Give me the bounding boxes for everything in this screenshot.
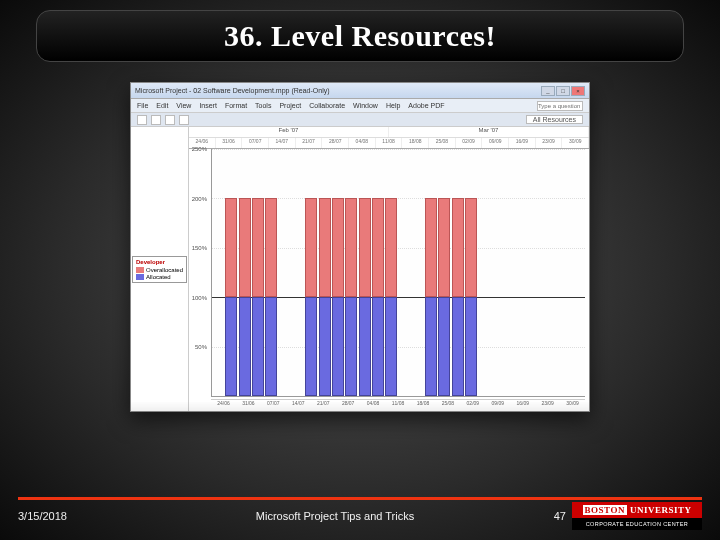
menu-item[interactable]: Project (279, 102, 301, 109)
toolbar-button[interactable] (165, 115, 175, 125)
bar (265, 198, 277, 396)
bar (359, 198, 371, 396)
x-tick-label: 23/09 (536, 138, 563, 148)
x-tick-label: 18/08 (402, 138, 429, 148)
legend-box: Developer Overallocated Allocated (132, 256, 187, 283)
menu-item[interactable]: Adobe PDF (408, 102, 444, 109)
toolbar-button[interactable] (137, 115, 147, 125)
x-tick-label: 14/07 (269, 138, 296, 148)
slide-date: 3/15/2018 (18, 510, 128, 522)
toolbar: All Resources (131, 113, 589, 127)
menu-item[interactable]: Insert (199, 102, 217, 109)
menu-item[interactable]: Collaborate (309, 102, 345, 109)
bar (305, 198, 317, 396)
menu-item[interactable]: Edit (156, 102, 168, 109)
x-tick-label: 07/07 (242, 138, 269, 148)
legend-swatch-red (136, 267, 144, 273)
y-tick-label: 50% (195, 344, 207, 350)
legend-row: Overallocated (136, 267, 183, 273)
close-icon[interactable]: × (571, 86, 585, 96)
x-tick-label: 11/08 (376, 138, 403, 148)
bar (332, 198, 344, 396)
menu-item[interactable]: Tools (255, 102, 271, 109)
logo-bottom: CORPORATE EDUCATION CENTER (572, 518, 702, 530)
maximize-icon[interactable]: □ (556, 86, 570, 96)
logo-top-left: BOSTON (583, 505, 627, 515)
footer-divider (18, 497, 702, 500)
chart-header: Feb '07 Mar '07 24/0631/0607/0714/0721/0… (189, 127, 589, 149)
bar (372, 198, 384, 396)
bar (438, 198, 450, 396)
bar (239, 198, 251, 396)
menu-item[interactable]: View (176, 102, 191, 109)
menu-item[interactable]: File (137, 102, 148, 109)
menu-bar: File Edit View Insert Format Tools Proje… (131, 99, 589, 113)
bar (452, 198, 464, 396)
menu-item[interactable]: Help (386, 102, 400, 109)
logo-top-right: UNIVERSITY (630, 505, 692, 515)
chart-plot-area (211, 149, 585, 397)
msproject-screenshot: Microsoft Project - 02 Software Developm… (130, 82, 590, 412)
bar (345, 198, 357, 396)
bu-logo: BOSTON UNIVERSITY CORPORATE EDUCATION CE… (572, 502, 702, 530)
month-header: Mar '07 (389, 127, 589, 137)
y-tick-label: 100% (192, 295, 207, 301)
menu-item[interactable]: Window (353, 102, 378, 109)
window-title: Microsoft Project - 02 Software Developm… (135, 87, 330, 94)
slide-footer-text: Microsoft Project Tips and Tricks (128, 510, 542, 522)
toolbar-dropdown[interactable]: All Resources (526, 115, 583, 124)
window-titlebar: Microsoft Project - 02 Software Developm… (131, 83, 589, 99)
reflection-effect (130, 401, 590, 412)
toolbar-button[interactable] (151, 115, 161, 125)
x-tick-label: 16/09 (509, 138, 536, 148)
slide-title-bar: 36. Level Resources! (36, 10, 684, 62)
x-tick-label: 25/08 (429, 138, 456, 148)
y-axis-labels: 250%200%150%100%50% (189, 149, 209, 397)
legend-title: Developer (136, 259, 183, 265)
month-header: Feb '07 (189, 127, 389, 137)
legend-label: Allocated (146, 274, 171, 280)
x-tick-label: 02/09 (456, 138, 483, 148)
resource-graph: Feb '07 Mar '07 24/0631/0607/0714/0721/0… (189, 127, 589, 411)
minimize-icon[interactable]: _ (541, 86, 555, 96)
y-tick-label: 200% (192, 196, 207, 202)
bar (425, 198, 437, 396)
x-tick-label: 30/09 (562, 138, 589, 148)
bar (252, 198, 264, 396)
bar (385, 198, 397, 396)
toolbar-button[interactable] (179, 115, 189, 125)
legend-row: Allocated (136, 274, 183, 280)
x-tick-label: 04/08 (349, 138, 376, 148)
y-tick-label: 250% (192, 146, 207, 152)
window-controls: _ □ × (541, 86, 585, 96)
bar (465, 198, 477, 396)
slide-title: 36. Level Resources! (37, 19, 683, 53)
menu-item[interactable]: Format (225, 102, 247, 109)
slide-footer: 3/15/2018 Microsoft Project Tips and Tri… (18, 502, 702, 530)
y-tick-label: 150% (192, 245, 207, 251)
legend-swatch-blue (136, 274, 144, 280)
legend-pane: Developer Overallocated Allocated (131, 127, 189, 411)
slide-page-number: 47 (542, 510, 566, 522)
bar (225, 198, 237, 396)
x-tick-label: 09/09 (482, 138, 509, 148)
legend-label: Overallocated (146, 267, 183, 273)
x-tick-label: 28/07 (322, 138, 349, 148)
x-tick-label: 31/06 (216, 138, 243, 148)
x-tick-label: 21/07 (296, 138, 323, 148)
help-search-input[interactable] (537, 101, 583, 111)
bar (319, 198, 331, 396)
